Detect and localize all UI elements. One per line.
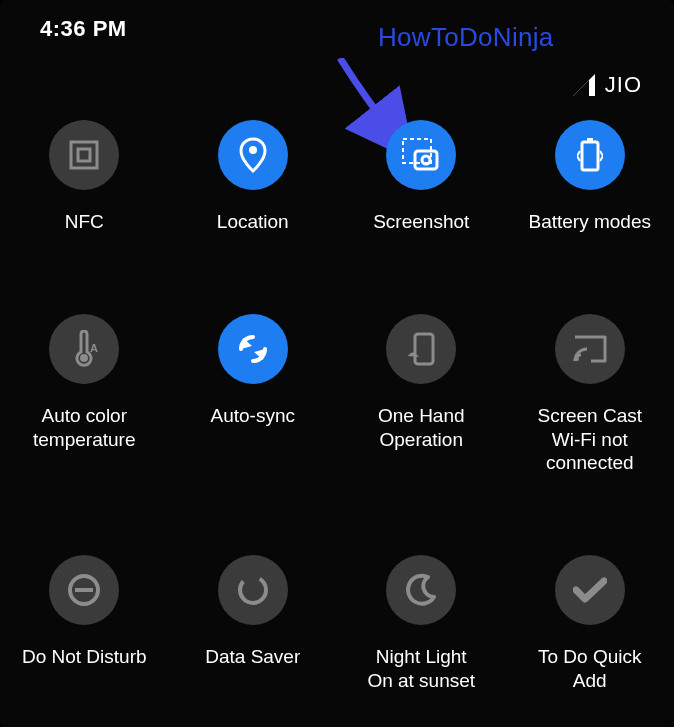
- tile-label: Screenshot: [373, 210, 469, 234]
- svg-rect-7: [587, 138, 593, 142]
- signal-icon: [573, 74, 595, 96]
- screenshot-icon: [386, 120, 456, 190]
- carrier-label: JIO: [605, 72, 642, 98]
- svg-rect-4: [415, 151, 437, 169]
- svg-text:A: A: [90, 342, 98, 354]
- tile-one-hand-operation[interactable]: One Hand Operation: [337, 314, 506, 475]
- svg-point-5: [422, 156, 430, 164]
- tile-label: NFC: [65, 210, 104, 234]
- battery-icon: [555, 120, 625, 190]
- tile-label: Battery modes: [529, 210, 652, 234]
- nfc-icon: [49, 120, 119, 190]
- tile-location[interactable]: Location: [169, 120, 338, 234]
- svg-rect-1: [78, 149, 90, 161]
- tile-label: One Hand Operation: [378, 404, 465, 452]
- tile-data-saver[interactable]: Data Saver: [169, 555, 338, 693]
- thermometer-icon: A: [49, 314, 119, 384]
- tile-label: Data Saver: [205, 645, 300, 669]
- svg-rect-0: [71, 142, 97, 168]
- svg-point-2: [249, 146, 257, 154]
- cast-icon: [555, 314, 625, 384]
- tile-label: Auto-sync: [211, 404, 295, 428]
- tile-screen-cast[interactable]: Screen Cast Wi-Fi not connected: [506, 314, 675, 475]
- svg-point-11: [575, 357, 579, 361]
- status-bar: 4:36 PM: [0, 0, 674, 58]
- tile-battery-modes[interactable]: Battery modes: [506, 120, 675, 234]
- one-hand-icon: [386, 314, 456, 384]
- tile-label: Location: [217, 210, 289, 234]
- quick-settings-panel: 4:36 PM HowToDoNinja JIO NFC: [0, 0, 674, 727]
- svg-point-8: [80, 354, 88, 362]
- tile-label: Screen Cast Wi-Fi not connected: [510, 404, 670, 475]
- tile-do-not-disturb[interactable]: Do Not Disturb: [0, 555, 169, 693]
- location-icon: [218, 120, 288, 190]
- tile-night-light[interactable]: Night Light On at sunset: [337, 555, 506, 693]
- tile-label: Night Light On at sunset: [367, 645, 475, 693]
- tile-nfc[interactable]: NFC: [0, 120, 169, 234]
- dnd-icon: [49, 555, 119, 625]
- svg-rect-10: [415, 334, 433, 364]
- svg-point-14: [235, 572, 271, 608]
- tile-label: Auto color temperature: [33, 404, 135, 452]
- data-saver-icon: [218, 555, 288, 625]
- tile-screenshot[interactable]: Screenshot: [337, 120, 506, 234]
- tile-todo-quick-add[interactable]: To Do Quick Add: [506, 555, 675, 693]
- moon-icon: [386, 555, 456, 625]
- svg-rect-6: [582, 142, 598, 170]
- quick-settings-grid: NFC Location Screenshot Battery modes A: [0, 120, 674, 693]
- status-bar-time: 4:36 PM: [40, 16, 127, 42]
- sync-icon: [218, 314, 288, 384]
- tile-auto-color-temperature[interactable]: A Auto color temperature: [0, 314, 169, 475]
- tile-auto-sync[interactable]: Auto-sync: [169, 314, 338, 475]
- check-icon: [555, 555, 625, 625]
- tutorial-watermark: HowToDoNinja: [378, 22, 554, 53]
- tile-label: Do Not Disturb: [22, 645, 147, 669]
- status-bar-right: JIO: [573, 72, 642, 98]
- tile-label: To Do Quick Add: [538, 645, 641, 693]
